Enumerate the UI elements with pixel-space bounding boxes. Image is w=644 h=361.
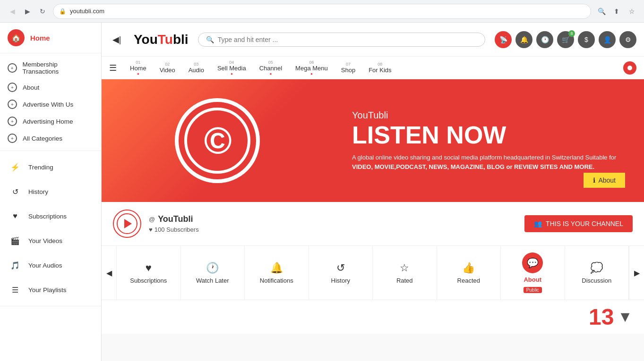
tab-items: ♥ Subscriptions 🕐 Watch Later 🔔 Notifica… (117, 246, 629, 300)
lock-icon: 🔒 (59, 8, 66, 15)
channel-avatar (113, 210, 141, 238)
sidebar-item-membership[interactable]: + Membership Transactions (0, 57, 101, 79)
nav-dot-mega-menu: ● (310, 72, 313, 76)
tab-watch-later[interactable]: 🕐 Watch Later (181, 246, 245, 300)
nav-item-sell-media[interactable]: 04 Sell Media ● (212, 57, 252, 79)
tab-notifications[interactable]: 🔔 Notifications (245, 246, 309, 300)
main-content: ◀| YouTubli 🔍 📡 🔔 🕐 🛒 (102, 23, 644, 361)
search-icon: 🔍 (206, 36, 214, 43)
nav-num-mega-menu: 06 (309, 60, 314, 65)
clock-button[interactable]: 🕐 (536, 31, 553, 48)
browser-navigation: ◀ ▶ ↻ (6, 5, 49, 18)
sidebar-section-1: + Membership Transactions + About + Adve… (0, 53, 101, 151)
nav-item-video[interactable]: 02 Video (154, 59, 181, 76)
tab-history-icon: ↺ (336, 262, 345, 274)
browser-bookmark-button[interactable]: ☆ (625, 5, 638, 18)
nav-label-shop: Shop (341, 67, 355, 74)
nav-label-channel: Channel (259, 65, 282, 72)
back-button[interactable]: ◀ (6, 5, 19, 18)
tab-reacted-label: Reacted (457, 277, 480, 284)
navigation-bar: ☰ 01 Home ● 02 Video 03 Audio 04 Sell Me (102, 57, 644, 79)
your-channel-label: THIS IS YOUR CHANNEL (546, 220, 623, 227)
sidebar-item-your-videos[interactable]: 🎬 Your Videos (0, 228, 101, 253)
search-input[interactable] (218, 36, 477, 43)
nav-label-audio: Audio (189, 67, 204, 74)
notifications-button[interactable]: 🔔 (515, 31, 532, 48)
hamburger-menu[interactable]: ☰ (109, 63, 117, 73)
sidebar-label-membership: Membership Transactions (23, 61, 94, 75)
this-is-your-channel-button[interactable]: 👥 THIS IS YOUR CHANNEL (524, 215, 633, 232)
broadcast-button[interactable]: 📡 (495, 31, 512, 48)
sidebar-label-advertise: Advertise With Us (23, 101, 73, 108)
dollar-button[interactable]: $ (578, 31, 595, 48)
nav-item-home[interactable]: 01 Home ● (124, 57, 152, 79)
sidebar-item-history[interactable]: ↺ History (0, 179, 101, 204)
sidebar-label-your-audios: Your Audios (28, 262, 62, 269)
advertising-icon: + (8, 117, 17, 126)
footer-number: 13 (589, 304, 614, 330)
banner-desc-intro: A global online video sharing and social… (352, 154, 616, 161)
tab-reacted[interactable]: 👍 Reacted (437, 246, 501, 300)
sidebar-label-subscriptions: Subscriptions (28, 213, 67, 220)
banner-about-button[interactable]: ℹ About (584, 173, 625, 188)
footer-row: 13 ▼ (102, 300, 644, 334)
nav-label-home: Home (130, 65, 146, 72)
nav-num-video: 02 (165, 62, 170, 67)
nav-item-mega-menu[interactable]: 06 Mega Menu ● (290, 57, 334, 79)
banner-about-icon: ℹ (593, 176, 595, 184)
sidebar-home-label: Home (30, 34, 50, 42)
sidebar-item-about[interactable]: + About (0, 79, 101, 96)
cart-badge: 8 (568, 30, 575, 37)
sidebar-label-your-playlists: Your Playlists (28, 286, 67, 294)
categories-icon: + (8, 134, 17, 143)
banner-c-logo: © (204, 119, 232, 162)
sidebar-item-your-audios[interactable]: 🎵 Your Audios (0, 253, 101, 277)
browser-share-button[interactable]: ⬆ (610, 5, 623, 18)
sidebar-item-trending[interactable]: ⚡ Trending (0, 155, 101, 179)
nav-item-channel[interactable]: 05 Channel ● (254, 57, 288, 79)
tab-subscriptions[interactable]: ♥ Subscriptions (117, 246, 181, 300)
sidebar-item-advertising-home[interactable]: + Advertising Home (0, 113, 101, 130)
nav-dot-sell-media: ● (231, 72, 233, 76)
tab-discussion[interactable]: 💭 Discussion (565, 246, 629, 300)
banner-desc-strong: VIDEO, MOVIE,PODCAST, NEWS, MAGAZINE, BL… (352, 163, 594, 170)
tab-scroll-right-button[interactable]: ▶ (629, 246, 644, 300)
banner-logo-inner: © (184, 108, 250, 174)
tab-rated[interactable]: ☆ Rated (373, 246, 437, 300)
nav-item-shop[interactable]: 07 Shop (335, 59, 361, 76)
forward-button[interactable]: ▶ (21, 5, 34, 18)
record-button[interactable] (623, 61, 636, 75)
sidebar-item-your-playlists[interactable]: ☰ Your Playlists (0, 277, 101, 302)
sidebar-item-advertise-with-us[interactable]: + Advertise With Us (0, 96, 101, 113)
tab-scroll-left-button[interactable]: ◀ (102, 246, 117, 300)
nav-item-for-kids[interactable]: 08 For Kids (363, 59, 397, 76)
logo-tube: Tu (158, 32, 173, 47)
address-bar[interactable]: 🔒 youtubli.com (53, 4, 591, 19)
sidebar-item-all-categories[interactable]: + All Categories (0, 130, 101, 147)
nav-num-shop: 07 (346, 62, 351, 67)
search-bar[interactable]: 🔍 (198, 33, 485, 47)
logo-you: You (134, 32, 158, 47)
channel-play-button[interactable] (117, 213, 137, 234)
tab-about[interactable]: 💬 About Public (501, 246, 565, 300)
channel-at-icon: @ (149, 216, 155, 223)
add-user-button[interactable]: 👤 (599, 31, 616, 48)
banner-description: A global online video sharing and social… (352, 153, 625, 171)
collapse-sidebar-button[interactable]: ◀| (109, 32, 124, 47)
tab-history[interactable]: ↺ History (309, 246, 373, 300)
clock-icon: 🕐 (541, 36, 549, 43)
browser-action-buttons: 🔍 ⬆ ☆ (595, 5, 638, 18)
reload-button[interactable]: ↻ (36, 5, 49, 18)
your-playlists-icon: ☰ (8, 282, 23, 297)
nav-label-sell-media: Sell Media (217, 65, 246, 72)
bell-icon: 🔔 (520, 36, 528, 43)
sidebar-home[interactable]: 🏠 Home (0, 23, 101, 53)
cart-button[interactable]: 🛒 8 (557, 31, 574, 48)
browser-search-button[interactable]: 🔍 (595, 5, 608, 18)
settings-button[interactable]: ⚙ (619, 31, 636, 48)
nav-item-audio[interactable]: 03 Audio (183, 59, 210, 76)
gear-icon: ⚙ (625, 36, 631, 43)
banner-logo-circle: © (175, 98, 260, 183)
channel-info: @ YouTubli ♥ 100 Subscribers (113, 210, 199, 238)
sidebar-item-subscriptions[interactable]: ♥ Subscriptions (0, 204, 101, 228)
